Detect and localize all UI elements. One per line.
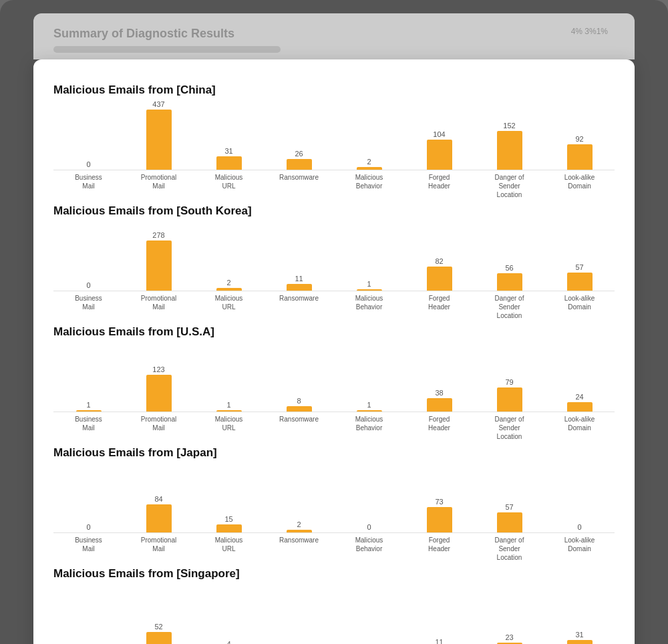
bar-rect <box>497 512 522 532</box>
x-label: Look-alikeDomain <box>544 536 615 562</box>
x-label: ForgedHeader <box>404 415 474 441</box>
bar-group: 11 <box>264 275 334 291</box>
bar-rect <box>146 375 172 412</box>
bar-rect <box>567 402 593 412</box>
bar-value: 38 <box>435 389 443 397</box>
bar-value: 31 <box>575 631 583 639</box>
bar-rect <box>216 410 242 412</box>
bar-value: 92 <box>575 135 583 143</box>
bar-rect <box>76 410 102 412</box>
bar-group: 15 <box>194 515 264 532</box>
bar-value: 0 <box>86 281 90 289</box>
bar-group: 0 <box>53 160 124 170</box>
bar-rect <box>497 387 522 412</box>
x-label: Look-alikeDomain <box>544 294 615 320</box>
bar-chart-south-korea: 02782111825657 <box>53 224 615 291</box>
bar-value: 52 <box>154 623 162 631</box>
bar-rect <box>427 507 452 532</box>
bar-group: 26 <box>264 150 334 170</box>
x-label: MaliciousBehavior <box>334 536 404 562</box>
bar-value: 278 <box>152 231 164 239</box>
bar-group: 2 <box>334 158 404 170</box>
bar-value: 0 <box>86 523 90 531</box>
bar-value: 1 <box>367 401 371 409</box>
bar-rect <box>287 159 312 170</box>
bar-rect <box>427 267 452 291</box>
x-labels-china: BusinessMailPromotionalMailMaliciousURLR… <box>53 173 615 199</box>
bar-group: 1 <box>334 401 404 412</box>
x-label: PromotionalMail <box>124 415 194 441</box>
bar-group: 123 <box>124 365 194 412</box>
bar-value: 2 <box>367 158 371 166</box>
bar-group: 52 <box>124 623 194 644</box>
bar-group: 0 <box>544 523 615 532</box>
bar-group: 278 <box>124 231 194 291</box>
bar-value: 123 <box>152 365 164 373</box>
section-title-south-korea: Malicious Emails from [South Korea] <box>53 204 615 218</box>
x-label: MaliciousURL <box>194 415 264 441</box>
x-label: Look-alikeDomain <box>544 173 615 199</box>
bar-group: 437 <box>124 100 194 170</box>
section-title-usa: Malicious Emails from [U.S.A] <box>53 325 615 339</box>
bar-rect <box>357 289 382 291</box>
x-label: Danger ofSenderLocation <box>474 294 544 320</box>
bar-value: 2 <box>226 279 230 287</box>
bar-value: 56 <box>505 264 513 272</box>
bar-value: 23 <box>505 633 513 641</box>
bar-value: 2 <box>297 520 301 528</box>
top-card: Summary of Diagnostic Results 4% 3%1% <box>33 13 635 59</box>
bar-group: 0 <box>53 523 124 532</box>
bar-chart-japan: 084152073570 <box>53 466 615 533</box>
bar-rect <box>216 524 242 532</box>
top-card-title: Summary of Diagnostic Results <box>53 27 615 41</box>
x-label: PromotionalMail <box>124 536 194 562</box>
bar-rect <box>497 273 522 291</box>
bar-chart-china: 04373126210415292 <box>53 104 615 170</box>
bar-rect <box>567 273 593 291</box>
x-label: Ransomware <box>264 536 334 562</box>
main-card: Malicious Emails from [China]04373126210… <box>33 59 635 644</box>
section-title-china: Malicious Emails from [China] <box>53 84 615 97</box>
x-labels-south-korea: BusinessMailPromotionalMailMaliciousURLR… <box>53 294 615 320</box>
bar-group: 56 <box>474 264 544 291</box>
bar-group: 31 <box>544 631 615 644</box>
bar-chart-singapore: 052401112331 <box>53 587 615 644</box>
bar-rect <box>357 167 382 170</box>
outer-background: Summary of Diagnostic Results 4% 3%1% Ma… <box>0 0 668 644</box>
bar-rect <box>146 632 172 644</box>
bar-group: 84 <box>124 495 194 532</box>
x-label: Danger ofSenderLocation <box>474 415 544 441</box>
bar-value: 31 <box>224 147 232 155</box>
x-label: Ransomware <box>264 173 334 199</box>
bar-value: 0 <box>577 523 581 531</box>
bar-rect <box>357 410 382 412</box>
bar-group: 79 <box>474 378 544 412</box>
bar-group: 23 <box>474 633 544 644</box>
bar-value: 73 <box>435 498 443 506</box>
bar-value: 24 <box>575 393 583 401</box>
bar-value: 1 <box>86 401 90 409</box>
top-card-bar <box>53 46 281 53</box>
bar-rect <box>216 288 242 291</box>
bar-value: 15 <box>224 515 232 523</box>
bar-chart-usa: 1123181387924 <box>53 345 615 412</box>
bar-value: 82 <box>435 257 443 265</box>
bar-group: 11 <box>404 638 474 644</box>
chart-south-korea: 02782111825657BusinessMailPromotionalMai… <box>53 224 615 320</box>
bar-value: 26 <box>295 150 303 158</box>
bar-rect <box>287 406 312 412</box>
bar-value: 4 <box>226 640 230 644</box>
bar-value: 57 <box>505 503 513 511</box>
bar-rect <box>146 504 172 532</box>
x-labels-japan: BusinessMailPromotionalMailMaliciousURLR… <box>53 536 615 562</box>
bar-group: 104 <box>404 130 474 170</box>
section-title-japan: Malicious Emails from [Japan] <box>53 446 615 460</box>
bar-group: 57 <box>474 503 544 532</box>
bar-group: 31 <box>194 147 264 170</box>
bar-value: 79 <box>505 378 513 386</box>
chart-china: 04373126210415292BusinessMailPromotional… <box>53 104 615 199</box>
bar-value: 57 <box>575 263 583 271</box>
bar-group: 2 <box>194 279 264 291</box>
bar-value: 0 <box>86 160 90 168</box>
x-label: PromotionalMail <box>124 294 194 320</box>
